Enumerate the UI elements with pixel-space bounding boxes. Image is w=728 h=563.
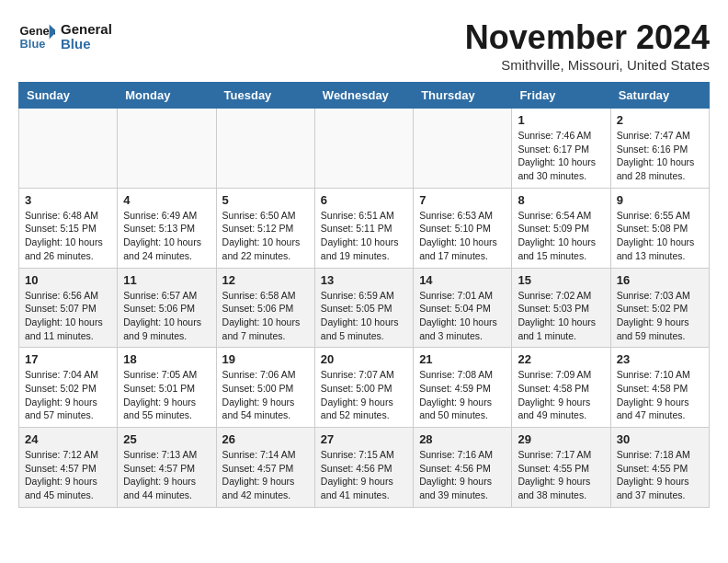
day-number: 18: [123, 352, 210, 366]
calendar-cell: 12Sunrise: 6:58 AMSunset: 5:06 PMDayligh…: [216, 268, 314, 348]
calendar-cell: 25Sunrise: 7:13 AMSunset: 4:57 PMDayligh…: [118, 428, 216, 508]
day-number: 22: [518, 352, 604, 366]
day-info: Sunrise: 7:12 AMSunset: 4:57 PMDaylight:…: [25, 448, 111, 502]
calendar-cell: 5Sunrise: 6:50 AMSunset: 5:12 PMDaylight…: [216, 188, 314, 268]
calendar-cell: [216, 109, 314, 189]
day-info: Sunrise: 7:07 AMSunset: 5:00 PMDaylight:…: [321, 368, 407, 422]
day-number: 17: [25, 352, 111, 366]
calendar-cell: 14Sunrise: 7:01 AMSunset: 5:04 PMDayligh…: [414, 268, 512, 348]
day-info: Sunrise: 6:49 AMSunset: 5:13 PMDaylight:…: [123, 209, 210, 263]
day-number: 15: [518, 273, 604, 287]
day-number: 12: [222, 273, 309, 287]
day-number: 9: [617, 193, 703, 207]
day-number: 8: [518, 193, 604, 207]
day-info: Sunrise: 6:50 AMSunset: 5:12 PMDaylight:…: [222, 209, 309, 263]
day-number: 14: [419, 273, 506, 287]
day-number: 25: [123, 432, 210, 446]
day-info: Sunrise: 7:46 AMSunset: 6:17 PMDaylight:…: [518, 129, 604, 183]
day-info: Sunrise: 6:58 AMSunset: 5:06 PMDaylight:…: [222, 289, 309, 343]
calendar-table: SundayMondayTuesdayWednesdayThursdayFrid…: [18, 82, 710, 508]
calendar-cell: 30Sunrise: 7:18 AMSunset: 4:55 PMDayligh…: [610, 428, 709, 508]
calendar-header-row: SundayMondayTuesdayWednesdayThursdayFrid…: [19, 83, 710, 109]
day-number: 26: [222, 432, 309, 446]
day-number: 19: [222, 352, 309, 366]
calendar-cell: 29Sunrise: 7:17 AMSunset: 4:55 PMDayligh…: [512, 428, 610, 508]
calendar-cell: 15Sunrise: 7:02 AMSunset: 5:03 PMDayligh…: [512, 268, 610, 348]
calendar-cell: 23Sunrise: 7:10 AMSunset: 4:58 PMDayligh…: [610, 348, 709, 428]
calendar-week-row: 10Sunrise: 6:56 AMSunset: 5:07 PMDayligh…: [19, 268, 710, 348]
day-info: Sunrise: 6:51 AMSunset: 5:11 PMDaylight:…: [321, 209, 407, 263]
day-info: Sunrise: 7:02 AMSunset: 5:03 PMDaylight:…: [518, 289, 604, 343]
day-number: 28: [419, 432, 506, 446]
title-block: November 2024 Smithville, Missouri, Unit…: [465, 18, 710, 73]
day-info: Sunrise: 7:08 AMSunset: 4:59 PMDaylight:…: [419, 368, 506, 422]
day-info: Sunrise: 7:14 AMSunset: 4:57 PMDaylight:…: [222, 448, 309, 502]
day-number: 3: [25, 193, 111, 207]
calendar-cell: 24Sunrise: 7:12 AMSunset: 4:57 PMDayligh…: [19, 428, 118, 508]
calendar-cell: 7Sunrise: 6:53 AMSunset: 5:10 PMDaylight…: [414, 188, 512, 268]
location: Smithville, Missouri, United States: [465, 57, 710, 73]
calendar-cell: [314, 109, 413, 189]
header-saturday: Saturday: [610, 83, 709, 109]
day-number: 6: [321, 193, 407, 207]
day-info: Sunrise: 6:48 AMSunset: 5:15 PMDaylight:…: [25, 209, 111, 263]
calendar-week-row: 17Sunrise: 7:04 AMSunset: 5:02 PMDayligh…: [19, 348, 710, 428]
day-info: Sunrise: 7:18 AMSunset: 4:55 PMDaylight:…: [617, 448, 703, 502]
calendar-cell: 18Sunrise: 7:05 AMSunset: 5:01 PMDayligh…: [118, 348, 216, 428]
day-number: 13: [321, 273, 407, 287]
day-info: Sunrise: 7:09 AMSunset: 4:58 PMDaylight:…: [518, 368, 604, 422]
calendar-cell: 27Sunrise: 7:15 AMSunset: 4:56 PMDayligh…: [314, 428, 413, 508]
day-number: 2: [617, 113, 703, 127]
day-info: Sunrise: 6:53 AMSunset: 5:10 PMDaylight:…: [419, 209, 506, 263]
logo-wordmark: General Blue: [61, 22, 112, 52]
day-number: 21: [419, 352, 506, 366]
day-number: 30: [617, 432, 703, 446]
month-title: November 2024: [465, 18, 710, 57]
header-thursday: Thursday: [414, 83, 512, 109]
header-sunday: Sunday: [19, 83, 118, 109]
day-info: Sunrise: 7:17 AMSunset: 4:55 PMDaylight:…: [518, 448, 604, 502]
day-number: 29: [518, 432, 604, 446]
day-number: 27: [321, 432, 407, 446]
page-header: General Blue General Blue November 2024 …: [18, 18, 710, 73]
calendar-cell: 20Sunrise: 7:07 AMSunset: 5:00 PMDayligh…: [314, 348, 413, 428]
header-friday: Friday: [512, 83, 610, 109]
logo-line2: Blue: [61, 37, 112, 52]
calendar-cell: 19Sunrise: 7:06 AMSunset: 5:00 PMDayligh…: [216, 348, 314, 428]
header-wednesday: Wednesday: [314, 83, 413, 109]
logo-line1: General: [61, 22, 112, 38]
day-info: Sunrise: 7:03 AMSunset: 5:02 PMDaylight:…: [617, 289, 703, 343]
day-number: 1: [518, 113, 604, 127]
day-number: 24: [25, 432, 111, 446]
calendar-week-row: 24Sunrise: 7:12 AMSunset: 4:57 PMDayligh…: [19, 428, 710, 508]
day-info: Sunrise: 6:57 AMSunset: 5:06 PMDaylight:…: [123, 289, 210, 343]
day-number: 5: [222, 193, 309, 207]
day-info: Sunrise: 7:04 AMSunset: 5:02 PMDaylight:…: [25, 368, 111, 422]
calendar-cell: [19, 109, 118, 189]
calendar-cell: 11Sunrise: 6:57 AMSunset: 5:06 PMDayligh…: [118, 268, 216, 348]
calendar-cell: 10Sunrise: 6:56 AMSunset: 5:07 PMDayligh…: [19, 268, 118, 348]
calendar-week-row: 3Sunrise: 6:48 AMSunset: 5:15 PMDaylight…: [19, 188, 710, 268]
day-info: Sunrise: 7:10 AMSunset: 4:58 PMDaylight:…: [617, 368, 703, 422]
day-info: Sunrise: 7:01 AMSunset: 5:04 PMDaylight:…: [419, 289, 506, 343]
day-info: Sunrise: 6:54 AMSunset: 5:09 PMDaylight:…: [518, 209, 604, 263]
calendar-cell: 13Sunrise: 6:59 AMSunset: 5:05 PMDayligh…: [314, 268, 413, 348]
calendar-cell: 28Sunrise: 7:16 AMSunset: 4:56 PMDayligh…: [414, 428, 512, 508]
day-number: 10: [25, 273, 111, 287]
calendar-cell: 16Sunrise: 7:03 AMSunset: 5:02 PMDayligh…: [610, 268, 709, 348]
calendar-cell: 21Sunrise: 7:08 AMSunset: 4:59 PMDayligh…: [414, 348, 512, 428]
day-info: Sunrise: 7:47 AMSunset: 6:16 PMDaylight:…: [617, 129, 703, 183]
calendar-cell: 2Sunrise: 7:47 AMSunset: 6:16 PMDaylight…: [610, 109, 709, 189]
day-number: 20: [321, 352, 407, 366]
calendar-cell: [118, 109, 216, 189]
day-info: Sunrise: 7:16 AMSunset: 4:56 PMDaylight:…: [419, 448, 506, 502]
logo-icon: General Blue: [18, 18, 55, 55]
day-info: Sunrise: 7:15 AMSunset: 4:56 PMDaylight:…: [321, 448, 407, 502]
header-monday: Monday: [118, 83, 216, 109]
day-info: Sunrise: 6:59 AMSunset: 5:05 PMDaylight:…: [321, 289, 407, 343]
day-number: 23: [617, 352, 703, 366]
day-number: 11: [123, 273, 210, 287]
calendar-cell: 17Sunrise: 7:04 AMSunset: 5:02 PMDayligh…: [19, 348, 118, 428]
calendar-week-row: 1Sunrise: 7:46 AMSunset: 6:17 PMDaylight…: [19, 109, 710, 189]
day-number: 7: [419, 193, 506, 207]
